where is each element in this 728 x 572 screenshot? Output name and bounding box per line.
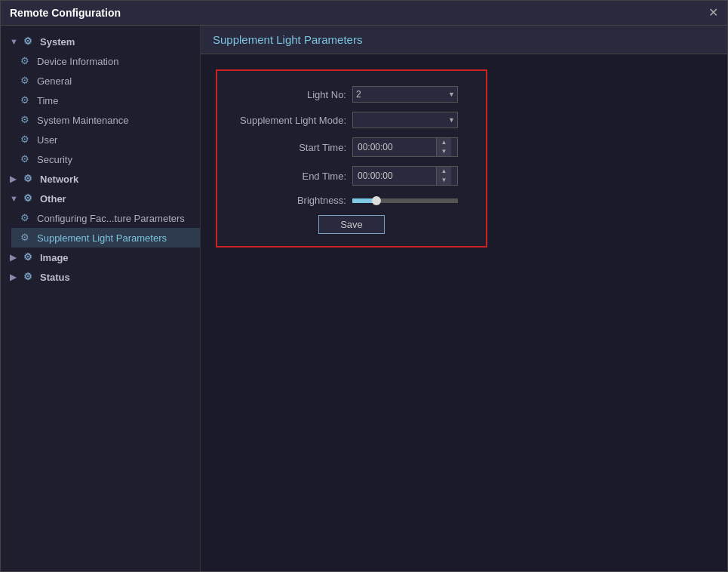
sidebar-label-time: Time <box>37 95 58 106</box>
sidebar-item-status[interactable]: ▶ ⚙ Status <box>1 267 200 287</box>
start-time-input[interactable] <box>353 140 436 155</box>
content-area: ▼ ⚙ System ⚙ Device Information ⚙ Genera… <box>1 26 727 571</box>
gear-icon: ⚙ <box>23 173 35 185</box>
sidebar-label-general: General <box>37 75 72 87</box>
end-time-wrapper: ▲ ▼ <box>352 166 458 186</box>
supplement-mode-select[interactable]: Auto Manual Schedule <box>352 112 458 128</box>
start-time-spinners: ▲ ▼ <box>436 138 451 156</box>
light-no-select[interactable]: 2 1 3 4 <box>352 86 458 103</box>
end-time-row: End Time: ▲ ▼ <box>235 166 468 186</box>
gear-icon: ⚙ <box>20 212 32 224</box>
titlebar: Remote Configuration ✕ <box>1 1 727 26</box>
gear-icon: ⚙ <box>23 251 35 263</box>
close-button[interactable]: ✕ <box>708 7 718 19</box>
brightness-row: Brightness: <box>235 195 468 206</box>
start-time-label: Start Time: <box>235 142 352 153</box>
light-no-row: Light No: 2 1 3 4 <box>235 86 468 103</box>
start-time-down-button[interactable]: ▼ <box>437 147 451 156</box>
sidebar-label-user: User <box>37 134 57 146</box>
panel-title: Supplement Light Parameters <box>213 33 362 46</box>
gear-icon: ⚙ <box>20 55 32 67</box>
sidebar-label-device-information: Device Information <box>37 56 118 67</box>
end-time-label: End Time: <box>235 171 352 182</box>
gear-icon: ⚙ <box>20 153 32 165</box>
sidebar-label-status: Status <box>40 272 70 283</box>
sidebar-label-system-maintenance: System Maintenance <box>37 115 128 126</box>
sidebar-label-network: Network <box>40 174 78 185</box>
supplement-mode-select-wrapper: Auto Manual Schedule <box>352 112 458 128</box>
sidebar-label-supplement-light: Supplement Light Parameters <box>37 232 167 244</box>
supplement-mode-row: Supplement Light Mode: Auto Manual Sched… <box>235 112 468 128</box>
end-time-input[interactable] <box>353 168 436 183</box>
sidebar-label-other: Other <box>40 193 66 205</box>
gear-icon: ⚙ <box>20 134 32 146</box>
window-title: Remote Configuration <box>10 7 121 19</box>
sidebar-item-configuring-factory[interactable]: ⚙ Configuring Fac...ture Parameters <box>11 208 200 228</box>
sidebar-item-system-maintenance[interactable]: ⚙ System Maintenance <box>11 110 200 130</box>
main-window: Remote Configuration ✕ ▼ ⚙ System ⚙ Devi… <box>0 0 728 572</box>
light-no-select-wrapper: 2 1 3 4 <box>352 86 458 103</box>
panel-header: Supplement Light Parameters <box>201 26 727 54</box>
sidebar-label-image: Image <box>40 252 69 263</box>
sidebar-item-supplement-light[interactable]: ⚙ Supplement Light Parameters <box>11 228 200 248</box>
save-btn-row: Save <box>235 215 468 234</box>
brightness-label: Brightness: <box>235 195 352 206</box>
supplement-mode-label: Supplement Light Mode: <box>235 115 352 126</box>
panel-body: Light No: 2 1 3 4 Supplement Light <box>201 54 727 571</box>
gear-icon: ⚙ <box>23 192 35 205</box>
main-panel: Supplement Light Parameters Light No: 2 … <box>201 26 727 571</box>
end-time-spinners: ▲ ▼ <box>436 167 451 185</box>
sidebar-item-network[interactable]: ▶ ⚙ Network <box>1 169 200 189</box>
supplement-light-form: Light No: 2 1 3 4 Supplement Light <box>216 69 487 248</box>
sidebar-item-image[interactable]: ▶ ⚙ Image <box>1 248 200 267</box>
save-button[interactable]: Save <box>318 215 385 234</box>
light-no-label: Light No: <box>235 89 352 100</box>
sidebar-item-security[interactable]: ⚙ Security <box>11 149 200 169</box>
sidebar-item-device-information[interactable]: ⚙ Device Information <box>11 51 200 71</box>
start-time-row: Start Time: ▲ ▼ <box>235 137 468 157</box>
gear-icon: ⚙ <box>23 271 35 283</box>
expand-arrow-icon: ▼ <box>10 194 20 203</box>
gear-icon: ⚙ <box>23 35 35 48</box>
sidebar-label-configuring-factory: Configuring Fac...ture Parameters <box>37 213 185 224</box>
sidebar-item-time[interactable]: ⚙ Time <box>11 91 200 110</box>
sidebar: ▼ ⚙ System ⚙ Device Information ⚙ Genera… <box>1 26 201 571</box>
gear-icon: ⚙ <box>20 114 32 126</box>
end-time-down-button[interactable]: ▼ <box>437 176 451 185</box>
gear-icon: ⚙ <box>20 232 32 244</box>
start-time-wrapper: ▲ ▼ <box>352 137 458 157</box>
start-time-up-button[interactable]: ▲ <box>437 138 451 147</box>
expand-arrow-icon: ▼ <box>10 37 20 46</box>
sidebar-item-system[interactable]: ▼ ⚙ System <box>1 32 200 51</box>
sidebar-item-other[interactable]: ▼ ⚙ Other <box>1 189 200 208</box>
other-children: ⚙ Configuring Fac...ture Parameters ⚙ Su… <box>1 208 200 248</box>
expand-arrow-icon: ▶ <box>10 174 20 184</box>
brightness-slider[interactable] <box>352 198 458 203</box>
sidebar-label-system: System <box>40 36 75 48</box>
gear-icon: ⚙ <box>20 75 32 87</box>
expand-arrow-icon: ▶ <box>10 272 20 282</box>
expand-arrow-icon: ▶ <box>10 253 20 263</box>
sidebar-item-general[interactable]: ⚙ General <box>11 71 200 91</box>
gear-icon: ⚙ <box>20 94 32 106</box>
system-children: ⚙ Device Information ⚙ General ⚙ Time ⚙ … <box>1 51 200 169</box>
sidebar-label-security: Security <box>37 154 72 165</box>
sidebar-item-user[interactable]: ⚙ User <box>11 130 200 149</box>
end-time-up-button[interactable]: ▲ <box>437 167 451 176</box>
